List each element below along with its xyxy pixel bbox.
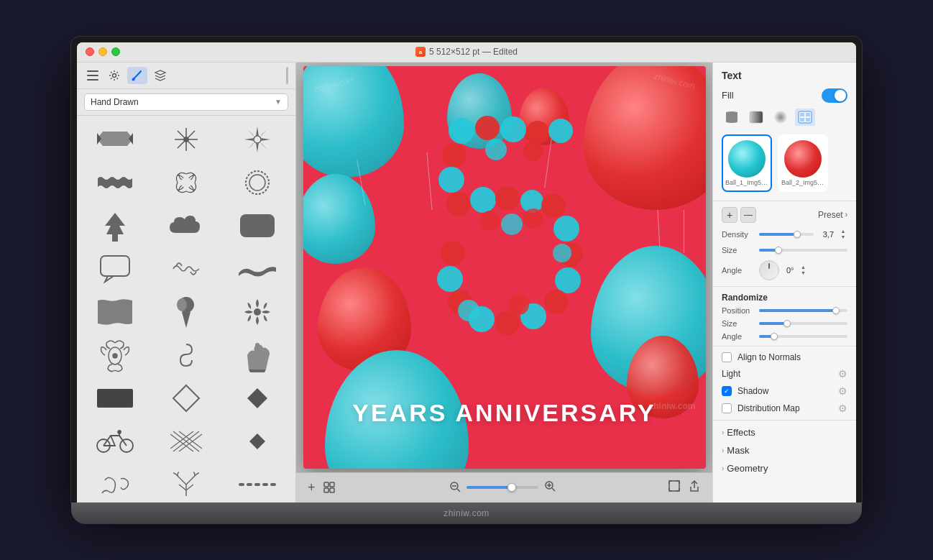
sidebar-scroll-indicator — [286, 67, 288, 84]
density-slider[interactable] — [759, 233, 814, 236]
zoom-in-button[interactable] — [544, 480, 556, 495]
share-button[interactable] — [688, 479, 701, 495]
icon-cell-asterisk[interactable] — [151, 119, 221, 160]
fill-radial-icon[interactable] — [771, 109, 791, 126]
density-increment[interactable]: ▲ — [839, 229, 847, 234]
angle-random-slider[interactable] — [759, 335, 847, 338]
shadow-checkbox[interactable]: ✓ — [722, 386, 732, 396]
icon-cell-branches[interactable] — [151, 464, 221, 502]
artwork-canvas[interactable]: zhiniw.com zhiniw.com zhiniw.com — [303, 66, 706, 469]
geometry-row[interactable]: › Geometry — [713, 459, 856, 477]
add-item-button[interactable]: + — [722, 207, 737, 223]
angle-decrement[interactable]: ▼ — [799, 270, 808, 276]
fill-toggle[interactable] — [822, 88, 847, 103]
watermark-label: zhiniw.com — [443, 508, 490, 518]
category-dropdown[interactable]: Hand Drawn ▼ — [84, 93, 288, 111]
effects-row[interactable]: › Effects — [713, 423, 856, 441]
remove-item-button[interactable]: — — [740, 207, 756, 223]
icon-cell-rounded-rect[interactable] — [223, 205, 293, 247]
zoom-thumb[interactable] — [507, 483, 516, 492]
angle-wheel[interactable] — [759, 260, 779, 280]
icon-cell-banner[interactable] — [80, 162, 150, 203]
close-button[interactable] — [86, 47, 94, 56]
icon-cell-speech-bubble[interactable] — [80, 248, 150, 290]
angle-random-slider-row: Angle — [713, 330, 856, 343]
brush-tool-button[interactable] — [127, 67, 147, 84]
svg-marker-23 — [173, 385, 199, 411]
svg-point-93 — [774, 111, 787, 124]
mac-window: a 5 512×512 pt — Edited — [77, 42, 856, 502]
preset-button[interactable]: Preset › — [818, 210, 847, 220]
svg-rect-14 — [240, 214, 275, 237]
svg-point-20 — [113, 354, 117, 358]
position-thumb[interactable] — [832, 307, 840, 314]
icon-cell-diamond-filled[interactable] — [223, 377, 293, 419]
icon-cell-tree[interactable] — [80, 205, 150, 247]
distribution-checkbox[interactable] — [722, 403, 732, 413]
image-thumb-1[interactable]: Ball_1_Img572... — [722, 134, 772, 192]
fullscreen-button[interactable] — [668, 479, 681, 495]
thumb-2-label: Ball_2_Img57... — [779, 179, 827, 186]
fill-solid-icon[interactable] — [722, 109, 742, 126]
size-random-label: Size — [722, 319, 755, 328]
angle-increment[interactable]: ▲ — [799, 265, 808, 270]
icon-cell-ice-cream[interactable] — [151, 291, 221, 333]
icon-cell-stamp[interactable] — [223, 162, 293, 203]
traffic-lights — [86, 47, 120, 56]
icon-cell-leaf-wreath[interactable] — [151, 162, 221, 203]
zoom-out-button[interactable] — [449, 481, 461, 495]
canvas-toolbar: + — [296, 472, 712, 502]
light-settings-icon[interactable]: ⚙ — [838, 368, 847, 380]
angle-stepper: ▲ ▼ — [799, 265, 808, 276]
icon-cell-flower-burst[interactable] — [223, 291, 293, 333]
shadow-settings-icon[interactable]: ⚙ — [838, 385, 847, 397]
icon-cell-ribbon[interactable] — [80, 119, 150, 160]
fill-pattern-icon[interactable] — [795, 109, 815, 126]
add-button[interactable]: + — [308, 481, 316, 494]
settings-button[interactable] — [106, 67, 123, 84]
maximize-button[interactable] — [111, 47, 120, 56]
layers-button[interactable] — [152, 67, 169, 84]
icon-cell-bicycle[interactable] — [80, 421, 150, 462]
size-random-thumb[interactable] — [783, 320, 791, 327]
size-thumb[interactable] — [775, 247, 782, 254]
size-random-slider[interactable] — [759, 322, 847, 325]
density-decrement[interactable]: ▼ — [839, 234, 847, 240]
title-bar: a 5 512×512 pt — Edited — [77, 42, 856, 63]
fill-gradient-icon[interactable] — [746, 109, 766, 126]
size-slider-label: Size — [722, 246, 755, 254]
density-stepper: ▲ ▼ — [839, 229, 847, 240]
preset-chevron-icon: › — [845, 211, 847, 219]
density-thumb[interactable] — [794, 231, 801, 238]
hamburger-menu-button[interactable] — [84, 67, 101, 84]
icon-cell-dark-rect[interactable] — [80, 377, 150, 419]
icon-cell-diamond-stroke[interactable] — [151, 377, 221, 419]
string-4 — [684, 210, 684, 253]
size-slider[interactable] — [759, 249, 847, 252]
svg-point-12 — [249, 175, 265, 191]
screen-bezel: a 5 512×512 pt — Edited — [71, 37, 862, 502]
zoom-slider-track[interactable] — [466, 486, 538, 489]
icon-cell-swirl[interactable] — [80, 464, 150, 502]
grid-button[interactable] — [321, 479, 337, 495]
icon-cell-sunburst[interactable] — [223, 119, 293, 160]
mask-row[interactable]: › Mask — [713, 441, 856, 459]
angle-random-thumb[interactable] — [771, 333, 778, 340]
svg-marker-34 — [249, 433, 265, 449]
align-normals-checkbox[interactable] — [722, 352, 732, 362]
svg-rect-92 — [750, 111, 763, 123]
icon-cell-cloud[interactable] — [151, 205, 221, 247]
icon-cell-cupcake[interactable] — [223, 334, 293, 376]
icon-cell-flower-outline[interactable] — [80, 334, 150, 376]
icon-cell-diamond-small[interactable] — [223, 421, 293, 462]
position-slider[interactable] — [759, 309, 847, 312]
distribution-settings-icon[interactable]: ⚙ — [838, 403, 847, 414]
icon-cell-brush-stroke[interactable] — [223, 248, 293, 290]
icon-cell-flourish[interactable] — [151, 248, 221, 290]
image-thumb-2[interactable]: Ball_2_Img57... — [778, 134, 828, 192]
icon-cell-crosshatch[interactable] — [151, 421, 221, 462]
minimize-button[interactable] — [98, 47, 107, 56]
icon-cell-dash-line[interactable] — [223, 464, 293, 502]
icon-cell-pretzel[interactable] — [151, 334, 221, 376]
icon-cell-grunge-box[interactable] — [80, 291, 150, 333]
